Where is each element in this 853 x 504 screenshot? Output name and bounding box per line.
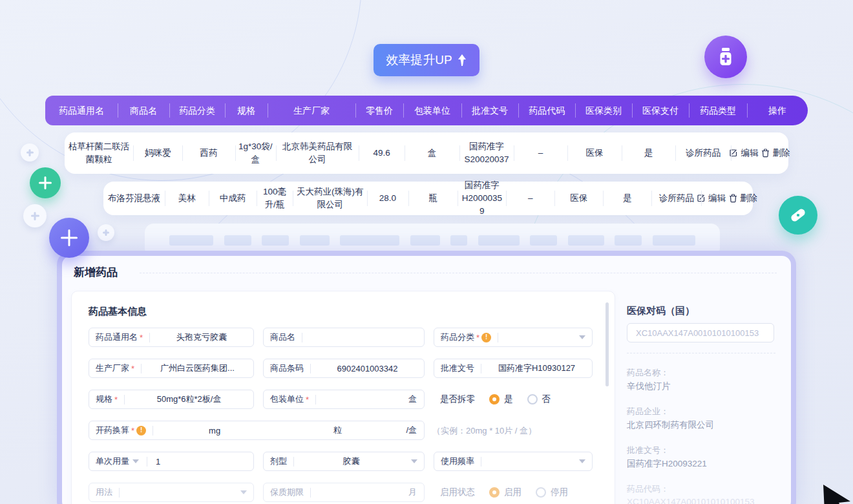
category-select[interactable]: 药品分类*! <box>434 328 593 347</box>
radio-enable[interactable]: 启用 <box>489 487 521 498</box>
header-manufacturer: 生产厂家 <box>268 96 355 125</box>
plus-icon <box>31 212 39 220</box>
divider <box>481 457 481 467</box>
required-mark: * <box>131 364 134 373</box>
field-label: 药品分类*! <box>434 331 498 343</box>
trash-icon <box>729 194 737 203</box>
required-mark: * <box>306 395 309 404</box>
cell-insurance-category: 医保 <box>567 132 622 174</box>
cell-actions: 编辑 删除 <box>701 182 753 215</box>
cursor-icon <box>822 483 853 504</box>
skeleton-block <box>530 235 557 246</box>
required-mark: * <box>140 333 143 342</box>
cell-category: 西药 <box>182 132 235 174</box>
edit-icon <box>729 149 738 158</box>
scrollbar-thumb[interactable] <box>606 302 609 386</box>
table-row: 枯草杆菌二联活菌颗粒 妈咪爱 西药 1g*30袋/盒 北京韩美药品有限公司 49… <box>65 132 788 174</box>
drug-code-label: 药品代码： <box>627 483 669 495</box>
manufacturer-field[interactable]: 生产厂家* 广州白云医药集团... <box>89 359 254 378</box>
cell-insurance-pay: 是 <box>622 132 676 174</box>
conversion-unit2: 粒 <box>276 425 399 436</box>
cell-brand-name: 美林 <box>165 182 209 215</box>
edit-label: 编辑 <box>708 192 726 205</box>
radio-selected-icon <box>489 394 500 404</box>
shelf-life-field[interactable]: 保质期限 月 <box>263 483 425 502</box>
table-row: 布洛芬混悬液 美林 中成药 100毫升/瓶 天大药业(珠海)有限公司 28.0 … <box>103 182 753 215</box>
frequency-select[interactable]: 使用频率 <box>434 452 593 471</box>
barcode-field[interactable]: 商品条码 6902401003342 <box>263 359 425 378</box>
field-label: 用法 <box>89 487 119 498</box>
pill-button[interactable] <box>779 196 817 235</box>
field-label: 包装单位* <box>264 394 315 405</box>
generic-name-field[interactable]: 药品通用名* 头孢克亏胶囊 <box>89 328 254 347</box>
modal-title: 新增药品 <box>74 265 118 280</box>
chevron-down-icon <box>579 459 585 463</box>
required-mark: * <box>131 426 134 436</box>
pill-icon <box>788 205 808 225</box>
radio-no[interactable]: 否 <box>527 394 551 405</box>
cell-drug-type: 诊所药品 <box>651 182 701 215</box>
radio-yes[interactable]: 是 <box>489 394 513 405</box>
cell-drug-code: – <box>514 132 568 174</box>
chevron-down-icon <box>132 459 139 463</box>
cell-drug-type: 诊所药品 <box>675 132 730 174</box>
edit-button[interactable]: 编辑 <box>697 192 726 205</box>
approval-no-field[interactable]: 批准文号 国药准字H10930127 <box>434 359 593 378</box>
drug-management-screen: 效率提升UP 药品通用名 商品名 药品分类 规格 生产厂家 零售价 <box>0 0 853 504</box>
cell-manufacturer: 北京韩美药品有限公司 <box>276 132 359 174</box>
conversion-field[interactable]: 开药换算*! mg 粒 /盒 <box>89 421 425 440</box>
field-label: 商品名 <box>264 331 302 343</box>
radio-label: 否 <box>542 394 551 405</box>
divider <box>498 333 498 342</box>
drug-code-value: XC10AAX147A00101010100153 <box>627 497 754 504</box>
header-insurance-category: 医保类别 <box>575 96 632 125</box>
field-label: 药品通用名* <box>89 331 149 343</box>
radio-icon <box>536 487 546 498</box>
insurance-matching-title: 医保对码（国） <box>627 305 695 317</box>
radio-label: 停用 <box>551 487 568 498</box>
medicine-bottle-icon <box>716 47 735 67</box>
header-drug-code: 药品代码 <box>518 96 575 125</box>
single-dose-field[interactable]: 单次用量 1 <box>89 452 254 471</box>
field-label: 保质期限 <box>264 487 310 498</box>
approval-label: 批准文号： <box>627 445 669 456</box>
header-drug-type: 药品类型 <box>689 96 747 125</box>
field-label: 剂型 <box>264 456 293 467</box>
chevron-down-icon <box>579 335 585 339</box>
package-unit-field[interactable]: 包装单位* 盒 <box>263 390 425 409</box>
skeleton-block <box>300 235 330 246</box>
chevron-down-icon <box>240 490 247 494</box>
insurance-code-input[interactable]: XC10AAX147A00101010100153 <box>627 323 774 342</box>
divider <box>140 273 777 273</box>
edit-button[interactable]: 编辑 <box>729 147 758 160</box>
conversion-unit1: mg <box>153 426 276 436</box>
unit-suffix: 盒 <box>401 394 424 405</box>
plus-icon <box>39 176 52 189</box>
spec-field[interactable]: 规格* 50mg*6粒*2板/盒 <box>89 390 254 409</box>
warning-icon: ! <box>136 426 146 436</box>
field-label: 规格* <box>89 394 124 405</box>
cell-drug-code: – <box>506 182 554 215</box>
drug-name-value: 辛伐他汀片 <box>627 381 671 392</box>
dosage-form-select[interactable]: 剂型 胶囊 <box>263 452 425 471</box>
add-button-green[interactable] <box>30 167 61 198</box>
skeleton-block <box>340 235 399 246</box>
trash-icon <box>761 149 770 158</box>
radio-selected-icon <box>489 487 500 498</box>
brand-name-field[interactable]: 商品名 <box>263 328 425 347</box>
add-button-purple[interactable] <box>49 218 89 258</box>
delete-button[interactable]: 删除 <box>761 147 790 160</box>
edit-label: 编辑 <box>741 147 758 160</box>
plus-icon <box>103 229 109 236</box>
skeleton-block <box>568 235 604 246</box>
usage-select[interactable]: 用法 <box>89 483 254 502</box>
medicine-bottle-button[interactable] <box>704 36 747 78</box>
cell-package-unit: 盒 <box>405 132 459 174</box>
radio-disable[interactable]: 停用 <box>536 487 568 498</box>
radio-label: 是 <box>504 394 513 405</box>
header-category: 药品分类 <box>169 96 225 125</box>
header-insurance-pay: 医保支付 <box>632 96 689 125</box>
delete-button[interactable]: 删除 <box>729 192 757 205</box>
text-cursor <box>302 333 302 342</box>
cell-approval-no: 国药准字H20000359 <box>458 182 506 215</box>
